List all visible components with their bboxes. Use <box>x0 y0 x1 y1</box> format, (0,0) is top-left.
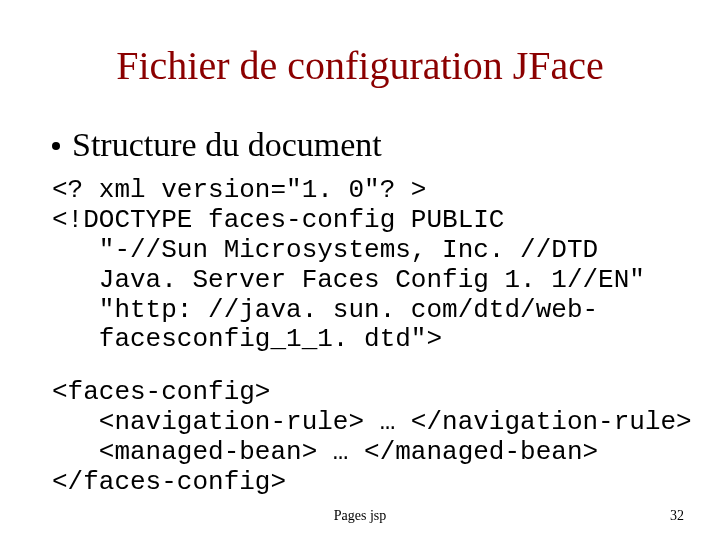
slide-title: Fichier de configuration JFace <box>0 42 720 89</box>
bullet-text: Structure du document <box>72 126 382 164</box>
page-number: 32 <box>670 508 684 524</box>
footer-center-label: Pages jsp <box>0 508 720 524</box>
code-block-xml-prolog: <? xml version="1. 0"? > <!DOCTYPE faces… <box>52 176 680 355</box>
bullet-item: Structure du document <box>52 126 382 164</box>
bullet-dot-icon <box>52 142 60 150</box>
slide: Fichier de configuration JFace Structure… <box>0 0 720 540</box>
code-block-faces-config: <faces-config> <navigation-rule> … </nav… <box>52 378 680 498</box>
